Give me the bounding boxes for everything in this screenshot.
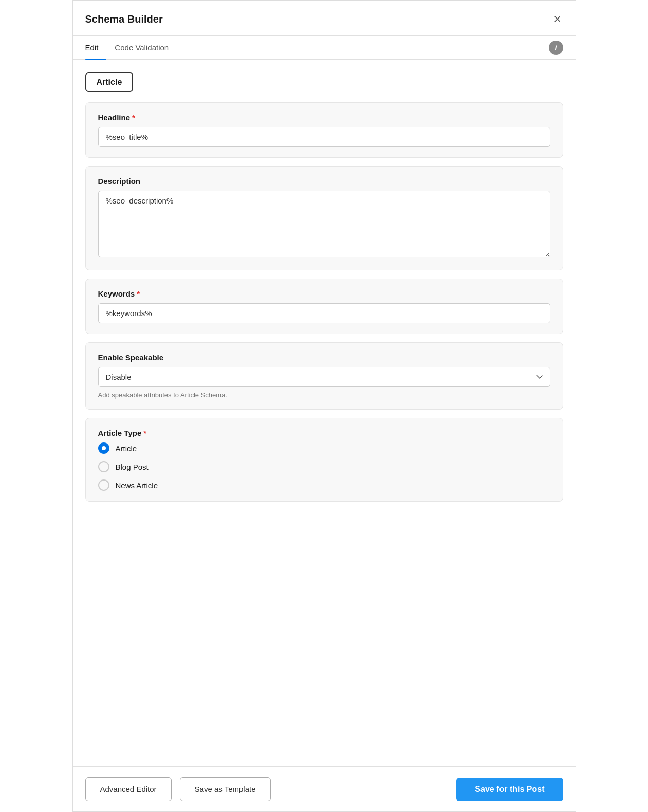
keywords-input[interactable] (98, 303, 550, 323)
schema-type-badge: Article (85, 72, 134, 92)
modal-title: Schema Builder (85, 13, 163, 25)
save-post-button[interactable]: Save for this Post (456, 778, 563, 801)
modal-body: Article Headline * Description %seo_desc… (73, 60, 576, 766)
radio-circle-article (98, 442, 109, 454)
description-textarea[interactable]: %seo_description% (98, 191, 550, 257)
speakable-select[interactable]: Disable Enable (98, 367, 550, 387)
info-icon[interactable]: i (549, 41, 563, 55)
headline-label: Headline * (98, 113, 550, 122)
article-type-section: Article Type * Article Blog Post News Ar… (85, 418, 563, 502)
article-type-radio-group: Article Blog Post News Article (98, 442, 550, 491)
radio-item-article[interactable]: Article (98, 442, 550, 454)
article-type-required-star: * (143, 429, 146, 437)
speakable-section: Enable Speakable Disable Enable Add spea… (85, 342, 563, 410)
speakable-hint: Add speakable attributes to Article Sche… (98, 391, 550, 399)
radio-item-news-article[interactable]: News Article (98, 479, 550, 491)
modal-header: Schema Builder × (73, 1, 576, 36)
radio-circle-news-article (98, 479, 109, 491)
radio-label-blog-post: Blog Post (116, 463, 149, 471)
keywords-label: Keywords * (98, 289, 550, 298)
save-template-button[interactable]: Save as Template (180, 777, 271, 801)
advanced-editor-button[interactable]: Advanced Editor (85, 777, 172, 801)
modal-footer: Advanced Editor Save as Template Save fo… (73, 766, 576, 811)
tab-code-validation[interactable]: Code Validation (115, 36, 177, 59)
close-button[interactable]: × (551, 11, 563, 27)
radio-label-news-article: News Article (116, 481, 158, 490)
headline-section: Headline * (85, 102, 563, 158)
schema-builder-modal: Schema Builder × Edit Code Validation i … (72, 0, 576, 812)
keywords-required-star: * (137, 289, 140, 298)
headline-required-star: * (132, 113, 135, 122)
radio-label-article: Article (116, 444, 137, 453)
article-type-label: Article Type * (98, 429, 550, 437)
tab-edit[interactable]: Edit (85, 36, 107, 59)
radio-circle-blog-post (98, 461, 109, 472)
description-label: Description (98, 177, 550, 186)
headline-input[interactable] (98, 127, 550, 147)
keywords-section: Keywords * (85, 279, 563, 334)
info-icon-wrap: i (549, 41, 563, 55)
description-section: Description %seo_description% (85, 166, 563, 270)
tabs-bar: Edit Code Validation i (73, 36, 576, 60)
radio-item-blog-post[interactable]: Blog Post (98, 461, 550, 472)
speakable-label: Enable Speakable (98, 353, 550, 362)
